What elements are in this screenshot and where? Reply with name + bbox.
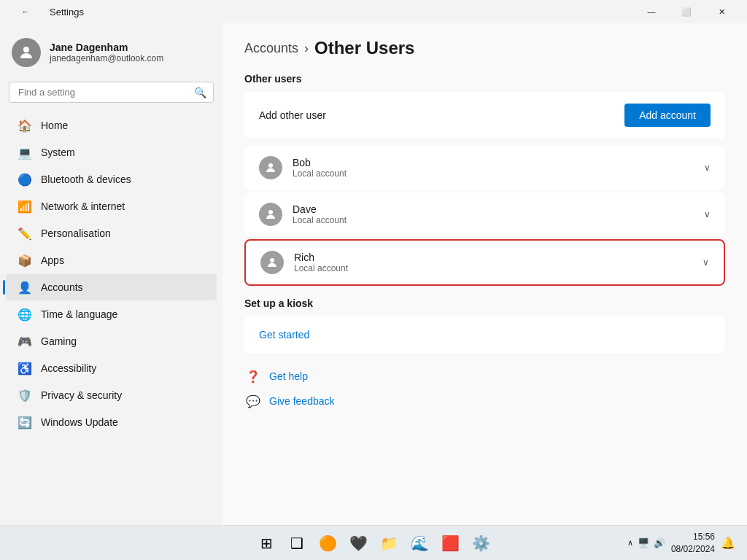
- taskbar-chevron-icon[interactable]: ∧: [627, 538, 633, 548]
- taskbar-right: ∧ 🖥️ 🔊 15:56 08/02/2024 🔔: [627, 531, 735, 556]
- time-icon: 🌐: [18, 307, 32, 322]
- breadcrumb-current: Other Users: [314, 38, 414, 58]
- sidebar-item-label: System: [41, 147, 75, 158]
- clock-time: 15:56: [671, 531, 715, 543]
- maximize-button[interactable]: ⬜: [670, 0, 703, 23]
- app-title: Settings: [50, 7, 84, 18]
- user-type-label: Local account: [293, 215, 347, 225]
- user-info: Jane Dagenham janedagenham@outlook.com: [50, 42, 163, 63]
- add-user-row: Add other user Add account: [244, 92, 725, 139]
- sidebar-item-personalisation[interactable]: ✏️ Personalisation: [6, 220, 217, 246]
- user-avatar: [260, 251, 284, 274]
- sidebar-item-bluetooth[interactable]: 🔵 Bluetooth & devices: [6, 166, 217, 192]
- other-users-title: Other users: [244, 73, 725, 85]
- chevron-down-icon: ∨: [704, 209, 711, 219]
- sidebar-item-privacy[interactable]: 🛡️ Privacy & security: [6, 382, 217, 408]
- accessibility-icon: ♿: [18, 361, 32, 376]
- user-row-bob[interactable]: Bob Local account ∨: [244, 146, 725, 190]
- links-section: ❓ Get help 💬 Give feedback: [244, 368, 725, 410]
- user-details: Dave Local account: [293, 203, 347, 225]
- taskbar-sys-icons: ∧ 🖥️ 🔊: [627, 537, 665, 548]
- add-account-button[interactable]: Add account: [624, 104, 711, 127]
- sidebar-item-home[interactable]: 🏠 Home: [6, 112, 217, 139]
- sidebar-item-label: Personalisation: [41, 228, 111, 239]
- clock-date: 08/02/2024: [671, 543, 715, 556]
- user-name: Jane Dagenham: [50, 42, 163, 53]
- sidebar-item-accounts[interactable]: 👤 Accounts: [6, 274, 217, 300]
- user-row-dave[interactable]: Dave Local account ∨: [244, 192, 725, 236]
- user-type-label: Local account: [294, 263, 348, 273]
- close-button[interactable]: ✕: [705, 0, 738, 23]
- home-icon: 🏠: [18, 118, 32, 133]
- taskbar-devhome-icon[interactable]: 🟠: [314, 530, 341, 556]
- sidebar-item-gaming[interactable]: 🎮 Gaming: [6, 328, 217, 354]
- chevron-down-icon: ∨: [704, 163, 711, 173]
- main-panel: Accounts › Other Users Other users Add o…: [222, 23, 747, 525]
- taskbar-start-icon[interactable]: ⊞: [253, 530, 279, 556]
- taskbar-taskbar3-icon[interactable]: 🖤: [345, 530, 371, 556]
- sidebar-item-update[interactable]: 🔄 Windows Update: [6, 409, 217, 435]
- system-icon: 💻: [18, 145, 32, 160]
- user-avatar: [259, 203, 282, 226]
- link-get-help[interactable]: ❓ Get help: [244, 368, 725, 385]
- link-label: Get help: [269, 370, 308, 382]
- sidebar-item-network[interactable]: 📶 Network & internet: [6, 193, 217, 219]
- svg-point-1: [268, 163, 273, 168]
- link-give-feedback[interactable]: 💬 Give feedback: [244, 392, 725, 410]
- network-icon: 📶: [18, 199, 32, 214]
- sidebar-item-label: Accounts: [41, 281, 83, 293]
- search-input[interactable]: [9, 82, 214, 103]
- kiosk-card: Get started: [244, 316, 725, 353]
- window-controls: — ⬜ ✕: [635, 0, 738, 23]
- sidebar-item-apps[interactable]: 📦 Apps: [6, 247, 217, 273]
- sidebar-item-label: Windows Update: [41, 416, 118, 428]
- user-name-label: Dave: [293, 203, 347, 215]
- avatar: [12, 38, 41, 67]
- privacy-icon: 🛡️: [18, 388, 32, 402]
- kiosk-section: Set up a kiosk Get started: [244, 298, 725, 353]
- link-label: Give feedback: [269, 395, 335, 407]
- taskbar-store-icon[interactable]: 🟥: [437, 530, 463, 556]
- apps-icon: 📦: [18, 253, 32, 268]
- kiosk-title: Set up a kiosk: [244, 298, 725, 309]
- sidebar-item-time[interactable]: 🌐 Time & language: [6, 301, 217, 327]
- minimize-button[interactable]: —: [635, 0, 668, 23]
- link-icon: ❓: [244, 368, 262, 385]
- user-row-left: Rich Local account: [260, 251, 348, 274]
- titlebar: ← Settings — ⬜ ✕: [0, 0, 747, 23]
- user-name-label: Rich: [294, 252, 348, 263]
- svg-point-0: [23, 47, 29, 52]
- add-user-label: Add other user: [259, 109, 326, 121]
- user-row-rich[interactable]: Rich Local account ∨: [244, 239, 725, 286]
- taskbar-explorer-icon[interactable]: 📁: [376, 530, 402, 556]
- taskbar-edge-icon[interactable]: 🌊: [406, 530, 433, 556]
- sidebar-item-label: Apps: [41, 254, 64, 266]
- kiosk-get-started[interactable]: Get started: [259, 329, 309, 341]
- gaming-icon: 🎮: [18, 334, 32, 349]
- taskbar-center: ⊞❑🟠🖤📁🌊🟥⚙️: [253, 530, 494, 556]
- user-row-left: Bob Local account: [259, 156, 347, 179]
- user-row-left: Dave Local account: [259, 203, 347, 226]
- update-icon: 🔄: [18, 415, 32, 429]
- taskbar-monitor-icon[interactable]: 🖥️: [638, 537, 649, 548]
- user-profile: Jane Dagenham janedagenham@outlook.com: [0, 29, 222, 82]
- sidebar-item-label: Network & internet: [41, 201, 125, 212]
- breadcrumb: Accounts › Other Users: [244, 38, 725, 58]
- taskbar-settings-icon[interactable]: ⚙️: [468, 530, 494, 556]
- taskbar-taskview-icon[interactable]: ❑: [284, 530, 310, 556]
- user-details: Rich Local account: [294, 252, 348, 273]
- svg-point-2: [268, 210, 273, 214]
- taskbar-volume-icon[interactable]: 🔊: [654, 537, 665, 548]
- sidebar-item-system[interactable]: 💻 System: [6, 139, 217, 166]
- user-name-label: Bob: [293, 157, 347, 168]
- taskbar-bell-icon[interactable]: 🔔: [721, 536, 735, 550]
- sidebar-item-label: Time & language: [41, 308, 117, 320]
- user-details: Bob Local account: [293, 157, 347, 179]
- sidebar-item-label: Bluetooth & devices: [41, 174, 131, 185]
- taskbar-clock[interactable]: 15:56 08/02/2024: [671, 531, 715, 556]
- breadcrumb-parent[interactable]: Accounts: [244, 41, 298, 56]
- sidebar-item-accessibility[interactable]: ♿ Accessibility: [6, 355, 217, 381]
- accounts-icon: 👤: [18, 280, 32, 295]
- back-button[interactable]: ←: [9, 0, 42, 23]
- user-email: janedagenham@outlook.com: [50, 53, 163, 63]
